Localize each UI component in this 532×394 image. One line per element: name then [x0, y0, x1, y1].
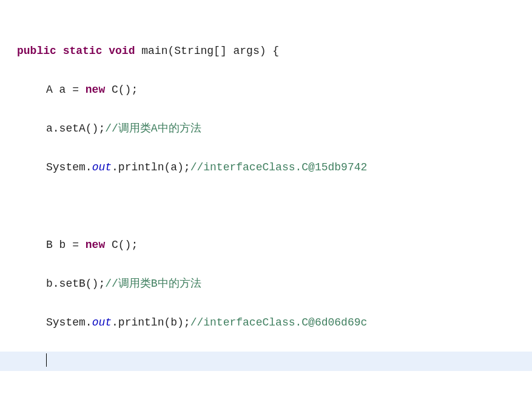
code-line: a.setA();//调用类A中的方法	[0, 119, 532, 138]
blank-line	[0, 196, 532, 216]
code-text: A a =	[46, 84, 86, 96]
code-block: public static void main(String[] args) {…	[0, 0, 532, 394]
code-line: public static void main(String[] args) {	[0, 41, 532, 61]
comment: //interfaceClass.C@6d06d69c	[190, 316, 368, 329]
code-text: System.	[46, 161, 92, 173]
comment: //interfaceClass.C@15db9742	[190, 161, 368, 173]
comment: //调用类B中的方法	[105, 278, 201, 290]
code-line: A a = new C();	[0, 80, 532, 99]
code-line: B b = new C();	[0, 235, 532, 255]
method-sig: main(String[] args) {	[135, 45, 279, 57]
code-text: .println(b);	[112, 316, 190, 329]
identifier-out: out	[92, 161, 112, 173]
keyword-public: public	[17, 45, 56, 57]
code-text: b.setB();	[46, 278, 105, 290]
comment: //调用类A中的方法	[105, 122, 201, 135]
code-text: C();	[105, 239, 138, 251]
code-line: System.out.println(a);//interfaceClass.C…	[0, 158, 532, 177]
code-text: .println(a);	[112, 161, 190, 173]
keyword-static: static	[63, 45, 103, 57]
code-line: System.out.println( ((A)a) );//interface…	[0, 390, 532, 394]
code-text: a.setA();	[46, 122, 105, 135]
highlighted-line	[0, 352, 532, 371]
keyword-new: new	[86, 239, 105, 251]
code-text: System.	[46, 316, 92, 329]
code-line: b.setB();//调用类B中的方法	[0, 274, 532, 293]
code-line: System.out.println(b);//interfaceClass.C…	[0, 313, 532, 332]
identifier-out: out	[92, 316, 112, 329]
keyword-void: void	[109, 45, 135, 57]
keyword-new: new	[86, 84, 105, 96]
text-cursor	[46, 353, 47, 367]
code-text: C();	[105, 84, 138, 96]
code-text: B b =	[46, 239, 86, 251]
